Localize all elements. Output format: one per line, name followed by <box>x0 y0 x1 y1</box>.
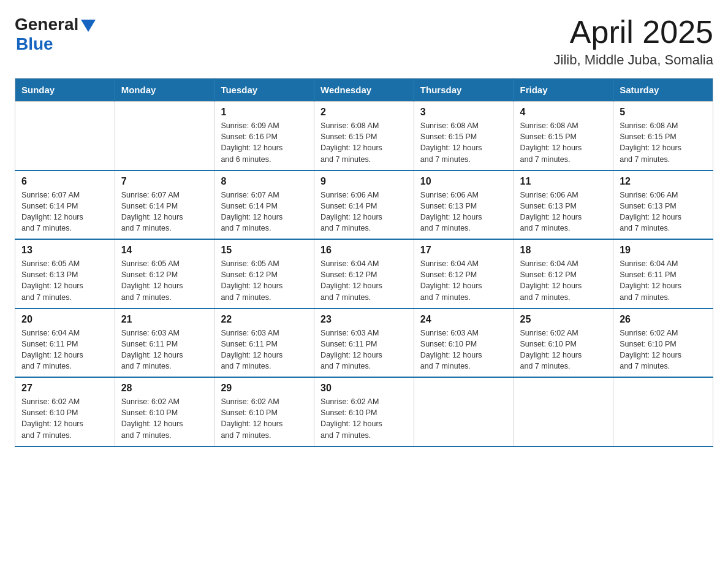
day-number: 23 <box>320 314 408 325</box>
day-number: 1 <box>221 107 308 118</box>
day-info: Sunrise: 6:04 AM Sunset: 6:11 PM Dayligh… <box>620 258 707 303</box>
col-friday: Friday <box>514 79 613 102</box>
calendar-cell: 11Sunrise: 6:06 AM Sunset: 6:13 PM Dayli… <box>514 170 613 240</box>
calendar-cell: 4Sunrise: 6:08 AM Sunset: 6:15 PM Daylig… <box>514 102 613 170</box>
col-sunday: Sunday <box>15 79 115 102</box>
day-info: Sunrise: 6:02 AM Sunset: 6:10 PM Dayligh… <box>21 396 108 441</box>
day-number: 30 <box>320 383 408 394</box>
day-number: 7 <box>121 176 208 187</box>
day-number: 28 <box>121 383 208 394</box>
calendar-week-2: 6Sunrise: 6:07 AM Sunset: 6:14 PM Daylig… <box>15 170 713 240</box>
calendar-cell <box>514 377 613 446</box>
calendar-cell: 30Sunrise: 6:02 AM Sunset: 6:10 PM Dayli… <box>314 377 414 446</box>
calendar-cell: 2Sunrise: 6:08 AM Sunset: 6:15 PM Daylig… <box>314 102 414 170</box>
logo-blue-text: Blue <box>16 34 53 54</box>
col-thursday: Thursday <box>414 79 514 102</box>
day-info: Sunrise: 6:05 AM Sunset: 6:12 PM Dayligh… <box>221 258 308 303</box>
col-wednesday: Wednesday <box>314 79 414 102</box>
day-info: Sunrise: 6:02 AM Sunset: 6:10 PM Dayligh… <box>620 327 707 372</box>
day-number: 15 <box>221 245 308 256</box>
calendar-week-3: 13Sunrise: 6:05 AM Sunset: 6:13 PM Dayli… <box>15 239 713 308</box>
calendar-week-4: 20Sunrise: 6:04 AM Sunset: 6:11 PM Dayli… <box>15 308 713 378</box>
calendar-cell <box>115 102 214 170</box>
day-info: Sunrise: 6:06 AM Sunset: 6:13 PM Dayligh… <box>520 190 607 234</box>
day-info: Sunrise: 6:03 AM Sunset: 6:10 PM Dayligh… <box>420 327 507 372</box>
day-info: Sunrise: 6:08 AM Sunset: 6:15 PM Dayligh… <box>620 120 707 165</box>
calendar-cell: 1Sunrise: 6:09 AM Sunset: 6:16 PM Daylig… <box>214 102 314 170</box>
calendar-cell: 27Sunrise: 6:02 AM Sunset: 6:10 PM Dayli… <box>15 377 115 446</box>
calendar-cell <box>15 102 115 170</box>
calendar-cell: 23Sunrise: 6:03 AM Sunset: 6:11 PM Dayli… <box>314 308 414 378</box>
day-info: Sunrise: 6:04 AM Sunset: 6:12 PM Dayligh… <box>420 258 507 303</box>
calendar-cell: 16Sunrise: 6:04 AM Sunset: 6:12 PM Dayli… <box>314 239 414 308</box>
day-info: Sunrise: 6:06 AM Sunset: 6:14 PM Dayligh… <box>320 190 408 234</box>
calendar-cell: 21Sunrise: 6:03 AM Sunset: 6:11 PM Dayli… <box>115 308 214 378</box>
calendar-cell: 5Sunrise: 6:08 AM Sunset: 6:15 PM Daylig… <box>613 102 713 170</box>
calendar-cell <box>414 377 514 446</box>
day-info: Sunrise: 6:07 AM Sunset: 6:14 PM Dayligh… <box>21 190 108 234</box>
col-monday: Monday <box>115 79 214 102</box>
calendar-cell: 6Sunrise: 6:07 AM Sunset: 6:14 PM Daylig… <box>15 170 115 240</box>
day-info: Sunrise: 6:04 AM Sunset: 6:11 PM Dayligh… <box>21 327 108 372</box>
logo-general-text: General <box>15 15 78 34</box>
day-number: 12 <box>620 176 707 187</box>
day-number: 2 <box>320 107 408 118</box>
calendar-cell: 28Sunrise: 6:02 AM Sunset: 6:10 PM Dayli… <box>115 377 214 446</box>
calendar-cell: 18Sunrise: 6:04 AM Sunset: 6:12 PM Dayli… <box>514 239 613 308</box>
day-info: Sunrise: 6:08 AM Sunset: 6:15 PM Dayligh… <box>420 120 507 165</box>
day-number: 11 <box>520 176 607 187</box>
day-number: 3 <box>420 107 507 118</box>
calendar-cell: 29Sunrise: 6:02 AM Sunset: 6:10 PM Dayli… <box>214 377 314 446</box>
calendar-cell: 7Sunrise: 6:07 AM Sunset: 6:14 PM Daylig… <box>115 170 214 240</box>
day-info: Sunrise: 6:08 AM Sunset: 6:15 PM Dayligh… <box>520 120 607 165</box>
col-tuesday: Tuesday <box>214 79 314 102</box>
logo-triangle-icon <box>81 20 96 32</box>
calendar-cell: 19Sunrise: 6:04 AM Sunset: 6:11 PM Dayli… <box>613 239 713 308</box>
day-number: 13 <box>21 245 108 256</box>
day-info: Sunrise: 6:04 AM Sunset: 6:12 PM Dayligh… <box>520 258 607 303</box>
calendar-cell: 3Sunrise: 6:08 AM Sunset: 6:15 PM Daylig… <box>414 102 514 170</box>
day-number: 24 <box>420 314 507 325</box>
day-number: 16 <box>320 245 408 256</box>
day-number: 17 <box>420 245 507 256</box>
col-saturday: Saturday <box>613 79 713 102</box>
calendar-table: Sunday Monday Tuesday Wednesday Thursday… <box>15 78 713 447</box>
calendar-cell: 10Sunrise: 6:06 AM Sunset: 6:13 PM Dayli… <box>414 170 514 240</box>
day-number: 4 <box>520 107 607 118</box>
day-number: 19 <box>620 245 707 256</box>
day-info: Sunrise: 6:07 AM Sunset: 6:14 PM Dayligh… <box>121 190 208 234</box>
calendar-week-1: 1Sunrise: 6:09 AM Sunset: 6:16 PM Daylig… <box>15 102 713 170</box>
day-number: 27 <box>21 383 108 394</box>
calendar-title: April 2025 <box>554 15 713 50</box>
day-info: Sunrise: 6:08 AM Sunset: 6:15 PM Dayligh… <box>320 120 408 165</box>
calendar-cell: 25Sunrise: 6:02 AM Sunset: 6:10 PM Dayli… <box>514 308 613 378</box>
day-info: Sunrise: 6:03 AM Sunset: 6:11 PM Dayligh… <box>221 327 308 372</box>
calendar-cell: 24Sunrise: 6:03 AM Sunset: 6:10 PM Dayli… <box>414 308 514 378</box>
day-number: 9 <box>320 176 408 187</box>
day-number: 6 <box>21 176 108 187</box>
day-info: Sunrise: 6:02 AM Sunset: 6:10 PM Dayligh… <box>221 396 308 441</box>
day-number: 25 <box>520 314 607 325</box>
day-number: 21 <box>121 314 208 325</box>
day-number: 10 <box>420 176 507 187</box>
calendar-week-5: 27Sunrise: 6:02 AM Sunset: 6:10 PM Dayli… <box>15 377 713 446</box>
day-info: Sunrise: 6:02 AM Sunset: 6:10 PM Dayligh… <box>320 396 408 441</box>
day-number: 14 <box>121 245 208 256</box>
calendar-header-row: Sunday Monday Tuesday Wednesday Thursday… <box>15 79 713 102</box>
logo: General Blue <box>15 15 96 54</box>
day-info: Sunrise: 6:07 AM Sunset: 6:14 PM Dayligh… <box>221 190 308 234</box>
title-block: April 2025 Jilib, Middle Juba, Somalia <box>554 15 713 68</box>
day-number: 26 <box>620 314 707 325</box>
calendar-cell: 8Sunrise: 6:07 AM Sunset: 6:14 PM Daylig… <box>214 170 314 240</box>
day-info: Sunrise: 6:05 AM Sunset: 6:12 PM Dayligh… <box>121 258 208 303</box>
day-number: 29 <box>221 383 308 394</box>
calendar-cell: 22Sunrise: 6:03 AM Sunset: 6:11 PM Dayli… <box>214 308 314 378</box>
day-info: Sunrise: 6:05 AM Sunset: 6:13 PM Dayligh… <box>21 258 108 303</box>
calendar-cell: 14Sunrise: 6:05 AM Sunset: 6:12 PM Dayli… <box>115 239 214 308</box>
calendar-subtitle: Jilib, Middle Juba, Somalia <box>554 52 713 68</box>
day-number: 18 <box>520 245 607 256</box>
day-number: 8 <box>221 176 308 187</box>
day-number: 22 <box>221 314 308 325</box>
calendar-cell: 17Sunrise: 6:04 AM Sunset: 6:12 PM Dayli… <box>414 239 514 308</box>
day-info: Sunrise: 6:02 AM Sunset: 6:10 PM Dayligh… <box>121 396 208 441</box>
